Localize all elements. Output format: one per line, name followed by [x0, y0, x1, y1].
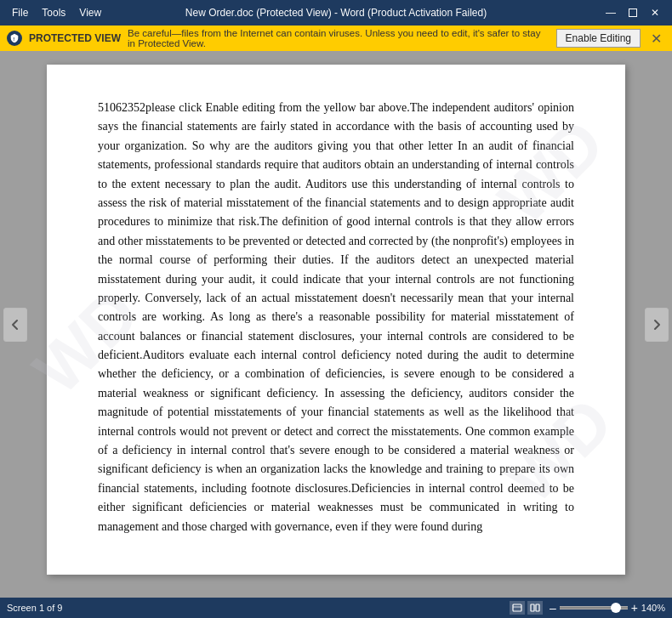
- status-bar: Screen 1 of 9 – + 140%: [0, 598, 672, 618]
- zoom-slider[interactable]: [560, 606, 628, 609]
- screen-info: Screen 1 of 9: [7, 603, 62, 613]
- view-icon-2[interactable]: [527, 601, 543, 615]
- protected-label: PROTECTED VIEW: [29, 32, 121, 44]
- restore-button[interactable]: [623, 4, 643, 21]
- close-bar-button[interactable]: ✕: [647, 29, 665, 48]
- svg-rect-3: [531, 604, 534, 611]
- window-title: New Order.doc (Protected View) - Word (P…: [185, 7, 487, 19]
- status-right: – + 140%: [510, 601, 665, 615]
- protected-message: Be careful—files from the Internet can c…: [128, 28, 550, 48]
- prev-page-arrow[interactable]: [3, 308, 27, 342]
- document-page: WD WD WD 51062352please click Enable edi…: [47, 65, 625, 575]
- menu-view[interactable]: View: [74, 5, 106, 20]
- minimize-button[interactable]: —: [601, 4, 621, 21]
- svg-rect-4: [536, 604, 539, 611]
- protected-view-bar: ! PROTECTED VIEW Be careful—files from t…: [0, 26, 672, 51]
- title-bar: File Tools View New Order.doc (Protected…: [0, 0, 672, 26]
- restore-icon: [629, 9, 637, 17]
- zoom-plus[interactable]: +: [631, 601, 638, 615]
- window-controls: — ✕: [601, 4, 665, 21]
- document-body: 51062352please click Enable editing from…: [98, 99, 574, 536]
- svg-text:!: !: [13, 37, 14, 42]
- view-icons: [510, 601, 543, 615]
- title-bar-menu: File Tools View: [7, 5, 106, 20]
- zoom-controls: – + 140%: [550, 601, 665, 615]
- next-page-arrow[interactable]: [645, 308, 669, 342]
- enable-editing-button[interactable]: Enable Editing: [556, 29, 641, 48]
- zoom-minus[interactable]: –: [550, 601, 556, 615]
- menu-file[interactable]: File: [7, 5, 33, 20]
- svg-rect-1: [513, 604, 521, 611]
- document-container: WD WD WD 51062352please click Enable edi…: [0, 51, 672, 598]
- close-button[interactable]: ✕: [645, 4, 665, 21]
- page-wrapper: WD WD WD 51062352please click Enable edi…: [0, 51, 672, 598]
- zoom-thumb[interactable]: [611, 603, 621, 613]
- title-bar-left: File Tools View: [7, 5, 106, 20]
- shield-icon: !: [7, 31, 22, 46]
- zoom-level: 140%: [641, 603, 665, 613]
- menu-tools[interactable]: Tools: [37, 5, 71, 20]
- view-icon-1[interactable]: [510, 601, 525, 615]
